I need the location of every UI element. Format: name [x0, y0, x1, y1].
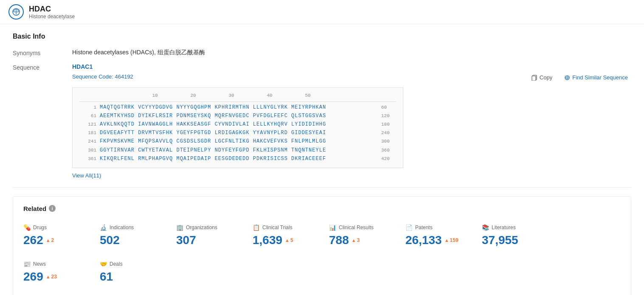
related-item-header: 💊 Drugs — [23, 224, 83, 231]
seq-end-num: 420 — [381, 155, 396, 163]
related-item[interactable]: 📊 Clinical Results 788 ▲3 — [329, 221, 397, 250]
sequence-row: Sequence HDAC1 Sequence Code: 464192 Cop… — [13, 63, 631, 179]
related-item-label: Indications — [110, 225, 134, 230]
drug-icon: 💊 — [23, 224, 31, 231]
view-all-link[interactable]: View All(11) — [72, 172, 101, 179]
table-row: 361 KIKQRLFENL RMLPHAPGVQ MQAIPEDAIP EES… — [79, 155, 396, 163]
main-content: Basic Info Synonyms Histone deacetylases… — [0, 24, 644, 295]
seq-end-num: 180 — [381, 121, 396, 129]
related-item-header: 📄 Patents — [405, 224, 465, 231]
related-item-count: 61 — [100, 270, 113, 284]
related-item-header: 📰 News — [23, 261, 83, 267]
related-item-label: Deals — [110, 261, 123, 267]
count-increase: ▲23 — [46, 274, 57, 280]
seq-data: DGVEEAFYTT DRVMTVSFHK YGEYFPGTGD LRDIGAG… — [100, 129, 378, 137]
basic-info-title: Basic Info — [13, 33, 631, 40]
related-item-header: 🤝 Deals — [100, 261, 159, 267]
indications-icon: 🔬 — [100, 224, 107, 231]
sequence-toolbar: Copy Find Similar Sequence — [528, 73, 631, 82]
deals-icon: 🤝 — [100, 261, 107, 267]
related-item[interactable]: 📋 Clinical Trials 1,639 ▲5 — [253, 221, 321, 250]
synonyms-value: Histone deacetylases (HDACs), 组蛋白脱乙酰基酶 — [72, 49, 631, 56]
table-row: 1 MAQTQGTRRK VCYYYDGDVG NYYYGQGHPM KPHRI… — [79, 104, 396, 112]
patents-icon: 📄 — [405, 224, 413, 231]
seq-start-num: 181 — [79, 129, 96, 137]
seq-data: AVKLNKQQTD IAVNWAGGLH HAKKSEASGF CYVNDIV… — [100, 121, 378, 129]
related-title: Related i — [23, 205, 621, 212]
seq-start-num: 301 — [79, 147, 96, 155]
related-grid-row2: 📰 News 269 ▲23 🤝 Deals 61 — [23, 257, 621, 294]
svg-rect-2 — [532, 76, 536, 81]
sequence-label: Sequence — [13, 63, 72, 71]
related-item[interactable]: 📰 News 269 ▲23 — [23, 257, 91, 287]
table-row: 301 GGYTIRNVAR CWTYETAVAL DTEIPNELPY NDY… — [79, 146, 396, 155]
org-icon: 🏢 — [176, 224, 183, 231]
lit-icon: 📚 — [482, 224, 489, 231]
table-row: 61 AEEMTKYHSD DYIKFLRSIR PDNMSEYSKQ MQRF… — [79, 112, 396, 120]
find-similar-button[interactable]: Find Similar Sequence — [561, 73, 631, 82]
sequence-name: HDAC1 — [72, 63, 631, 70]
seq-start-num: 61 — [79, 112, 96, 120]
copy-button[interactable]: Copy — [528, 73, 556, 82]
related-item-label: Organizations — [186, 225, 217, 230]
seq-end-num: 60 — [381, 104, 396, 112]
trials-icon: 📋 — [253, 224, 260, 231]
related-item-count: 26,133 — [405, 233, 442, 247]
count-row: 269 ▲23 — [23, 270, 83, 284]
table-row: 241 FKPVMSKVME MFQPSAVVLQ CGSDSLSGDR LGC… — [79, 138, 396, 146]
related-item-count: 307 — [176, 233, 196, 247]
related-item[interactable]: 📚 Literatures 37,955 — [482, 221, 550, 250]
seq-end-num: 120 — [381, 112, 396, 120]
seq-data: AEEMTKYHSD DYIKFLRSIR PDNMSEYSKQ MQRFNVG… — [100, 112, 378, 120]
seq-data: KIKQRLFENL RMLPHAPGVQ MQAIPEDAIP EESGDED… — [100, 155, 378, 163]
synonyms-label: Synonyms — [13, 49, 72, 56]
sequence-viewer[interactable]: 10 20 30 40 50 1 MAQTQGTRRK VCYYYDGDVG N… — [72, 87, 403, 168]
related-item-header: 📚 Literatures — [482, 224, 541, 231]
related-item-header: 📊 Clinical Results — [329, 224, 388, 231]
count-row: 61 — [100, 270, 159, 284]
table-row: 181 DGVEEAFYTT DRVMTVSFHK YGEYFPGTGD LRD… — [79, 129, 396, 137]
count-row: 37,955 — [482, 233, 541, 247]
related-item-label: News — [33, 261, 46, 267]
count-increase: ▲159 — [444, 237, 458, 243]
related-item-count: 502 — [100, 233, 120, 247]
related-item-count: 37,955 — [482, 233, 518, 247]
count-row: 262 ▲2 — [23, 233, 83, 247]
count-increase: ▲5 — [285, 237, 293, 243]
related-item-label: Literatures — [492, 225, 516, 230]
top-header: HDAC Histone deacetylase — [0, 0, 644, 24]
related-item-count: 262 — [23, 233, 43, 247]
app-title: HDAC — [29, 5, 75, 14]
seq-start-num: 241 — [79, 138, 96, 146]
count-row: 788 ▲3 — [329, 233, 388, 247]
seq-data: FKPVMSKVME MFQPSAVVLQ CGSDSLSGDR LGCFNLT… — [100, 138, 378, 146]
related-item-label: Patents — [415, 225, 433, 230]
count-row: 502 — [100, 233, 159, 247]
related-item-count: 788 — [329, 233, 349, 247]
related-item-label: Clinical Results — [339, 225, 374, 230]
seq-start-num: 1 — [79, 104, 96, 112]
seq-start-num: 121 — [79, 121, 96, 129]
related-section: Related i 💊 Drugs 262 ▲2 🔬 Indications 5… — [13, 196, 631, 295]
count-row: 1,639 ▲5 — [253, 233, 312, 247]
count-increase: ▲3 — [352, 237, 360, 243]
related-item[interactable]: 🏢 Organizations 307 — [176, 221, 244, 250]
sequence-rows: 1 MAQTQGTRRK VCYYYDGDVG NYYYGQGHPM KPHRI… — [79, 104, 396, 163]
copy-icon — [532, 75, 537, 81]
related-item[interactable]: 🤝 Deals 61 — [100, 257, 168, 287]
seq-data: MAQTQGTRRK VCYYYDGDVG NYYYGQGHPM KPHRIRM… — [100, 104, 378, 112]
count-increase: ▲2 — [46, 237, 54, 243]
related-item-count: 1,639 — [253, 233, 282, 247]
related-item-label: Drugs — [33, 225, 47, 230]
seq-end-num: 300 — [381, 138, 396, 146]
related-item-header: 🔬 Indications — [100, 224, 159, 231]
synonyms-row: Synonyms Histone deacetylases (HDACs), 组… — [13, 49, 631, 56]
table-row: 121 AVKLNKQQTD IAVNWAGGLH HAKKSEASGF CYV… — [79, 121, 396, 129]
seq-end-num: 360 — [381, 147, 396, 155]
seq-end-num: 240 — [381, 129, 396, 137]
count-row: 307 — [176, 233, 236, 247]
related-item[interactable]: 💊 Drugs 262 ▲2 — [23, 221, 91, 250]
sequence-code: Sequence Code: 464192 — [72, 73, 133, 80]
related-item[interactable]: 📄 Patents 26,133 ▲159 — [405, 221, 473, 250]
related-item[interactable]: 🔬 Indications 502 — [100, 221, 168, 250]
